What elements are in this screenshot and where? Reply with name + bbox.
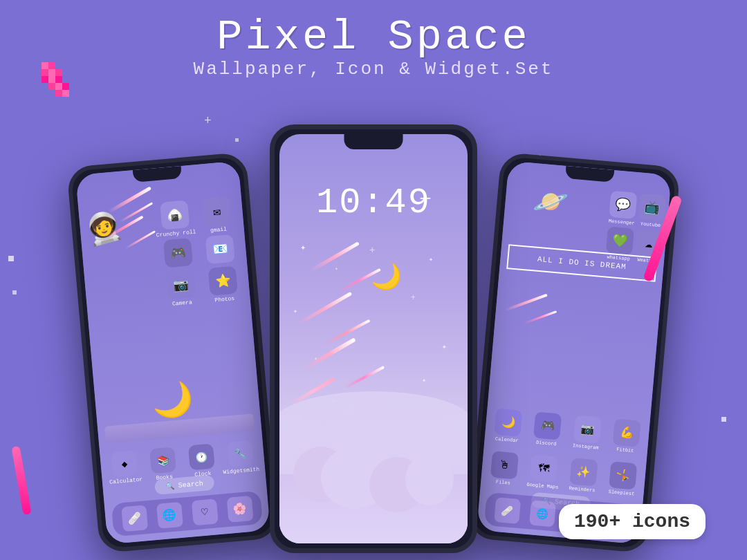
left-top-apps: 🍙 Crunchy roll ✉️ gmail 🎮 📧 — [154, 196, 245, 308]
pixel-deco-1 — [8, 256, 14, 261]
app-books[interactable]: 📚 Books — [144, 447, 183, 482]
left-dock: 🩹 🌐 ♡ 🌸 — [111, 491, 263, 537]
phone-center-screen: 10:49 + ✦ ✦ ✦ ✦ ✦ ✦ ✦ ✦ + + + — [279, 134, 468, 543]
right-notch — [565, 166, 614, 183]
app-youtube[interactable]: 📺 Youtube — [637, 193, 666, 228]
moon-scene: 🌙 — [151, 379, 196, 422]
app-calendar[interactable]: 🌙 Calendar — [488, 408, 528, 445]
planet-icon: 🪐 — [532, 184, 569, 221]
phone-right-screen: 🪐 💬 Messenger 📺 Youtube 💚 whatsapp — [477, 161, 672, 545]
app-gmail[interactable]: ✉️ gmail — [196, 196, 239, 234]
center-star-3 — [297, 292, 352, 326]
phone-right: 🪐 💬 Messenger 📺 Youtube 💚 whatsapp — [468, 152, 681, 554]
app-calculator[interactable]: ◆ Calculator — [105, 449, 145, 485]
center-plus-2: + — [411, 293, 416, 303]
app-discord[interactable]: 🎮 Discord — [527, 411, 567, 448]
svg-rect-9 — [55, 83, 62, 90]
star-3: ✦ — [335, 265, 338, 272]
app-sleepiest[interactable]: 🤸 Sleepiest — [602, 461, 643, 498]
page-subtitle: Wallpaper, Icon & Widget.Set — [0, 59, 747, 80]
phone-left-screen: 🧑‍🚀 🍙 Crunchy roll ✉️ gmail — [75, 161, 270, 545]
star-2: ✦ — [429, 255, 433, 263]
center-plus-1: + — [369, 245, 375, 256]
star-5: ✦ — [442, 342, 447, 352]
dock-icon-1[interactable]: 🩹 — [121, 505, 148, 532]
star-1: ✦ — [300, 241, 306, 253]
shooting-star-left-4 — [124, 230, 156, 250]
app-instagram[interactable]: 📷 Instagram — [566, 415, 607, 451]
app-photos[interactable]: ⭐ Photos — [202, 265, 245, 304]
phones-container: 🧑‍🚀 🍙 Crunchy roll ✉️ gmail — [62, 104, 685, 560]
r-star-2 — [524, 310, 557, 324]
title-area: Pixel Space Wallpaper, Icon & Widget.Set — [0, 0, 747, 80]
shooting-star-left-1 — [108, 186, 151, 213]
center-notch — [344, 134, 403, 149]
pink-stick-left — [11, 446, 31, 516]
center-time-plus: + — [419, 188, 432, 212]
app-fitbit[interactable]: 💪 Fitbit — [606, 418, 646, 455]
dock-icon-2[interactable]: 🌐 — [156, 502, 183, 529]
phone-left: 🧑‍🚀 🍙 Crunchy roll ✉️ gmail — [66, 152, 279, 554]
right-dock-icon-1[interactable]: 🩹 — [494, 497, 521, 524]
star-7: ✦ — [422, 376, 426, 384]
pixel-deco-2 — [12, 290, 17, 295]
right-screen-bg: 🪐 💬 Messenger 📺 Youtube 💚 whatsapp — [477, 161, 672, 545]
icon-count-badge: 190+ icons — [559, 504, 706, 539]
app-maps[interactable]: 🗺 Google Maps — [524, 454, 564, 491]
svg-rect-8 — [48, 83, 55, 90]
center-star-6 — [344, 366, 385, 389]
right-bottom-apps-1: 🌙 Calendar 🎮 Discord 📷 Instagram 💪 Fitbi… — [488, 408, 646, 455]
app-crunchyroll[interactable]: 🍙 Crunchy roll — [154, 200, 196, 239]
cloud-puff-4 — [405, 454, 454, 505]
star-4: ✦ — [293, 307, 297, 315]
svg-rect-11 — [55, 90, 62, 97]
r-star-1 — [504, 294, 547, 312]
app-reminders[interactable]: ✨ Reminders — [563, 458, 603, 494]
app-camera[interactable]: 📷 Camera — [160, 269, 203, 308]
phone-center: 10:49 + ✦ ✦ ✦ ✦ ✦ ✦ ✦ ✦ + + + — [270, 124, 477, 553]
page-title: Pixel Space — [0, 12, 747, 62]
center-moon: 🌙 — [371, 262, 402, 292]
app-files[interactable]: 🖱 Files — [484, 451, 524, 487]
pixel-deco-3 — [721, 417, 726, 422]
app-clock[interactable]: 🕐 Clock — [182, 443, 221, 478]
app-messenger[interactable]: 💬 Messenger — [608, 191, 637, 226]
left-screen-bg: 🧑‍🚀 🍙 Crunchy roll ✉️ gmail — [75, 161, 270, 545]
app-mail2[interactable]: 📧 — [199, 234, 241, 266]
dock-icon-3[interactable]: ♡ — [191, 498, 218, 525]
app-gameboy[interactable]: 🎮 — [157, 237, 199, 270]
dock-icon-4[interactable]: 🌸 — [226, 496, 253, 523]
svg-rect-12 — [62, 90, 69, 97]
right-bottom-apps-2: 🖱 Files 🗺 Google Maps ✨ Reminders 🤸 Slee… — [484, 451, 643, 498]
right-dock-icon-2[interactable]: 🌐 — [529, 500, 556, 527]
left-notch — [133, 166, 182, 183]
app-widgetsmith[interactable]: 🔧 Widgetsmith — [221, 440, 260, 475]
center-time: 10:49 — [279, 183, 468, 223]
svg-rect-10 — [62, 83, 69, 90]
